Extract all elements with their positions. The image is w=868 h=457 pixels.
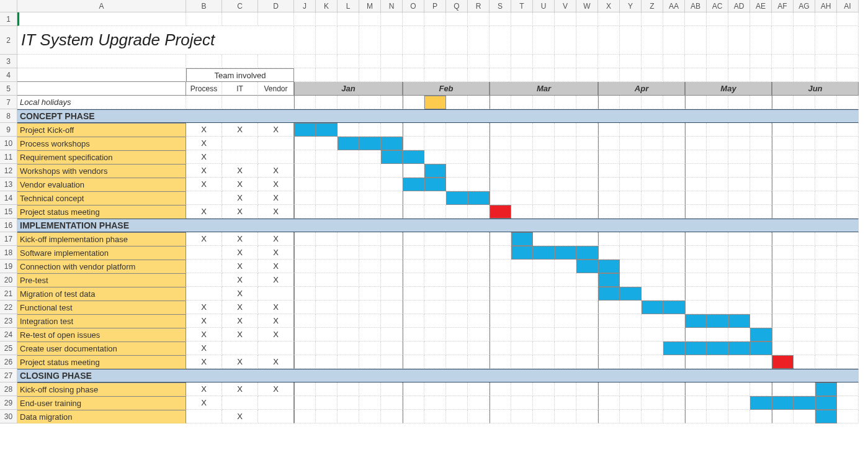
gantt-cell[interactable] [620, 260, 642, 273]
col-header[interactable]: P [424, 0, 446, 12]
gantt-cell[interactable] [381, 273, 403, 287]
gantt-cell[interactable] [728, 150, 750, 164]
gantt-cell[interactable] [620, 314, 642, 328]
task-name[interactable]: Migration of test data [17, 287, 186, 301]
gantt-cell[interactable] [533, 314, 555, 328]
gantt-cell[interactable] [511, 260, 533, 273]
gantt-cell[interactable] [685, 137, 707, 150]
gantt-cell[interactable] [794, 178, 815, 191]
gantt-cell[interactable] [598, 396, 620, 410]
week-cell[interactable] [598, 96, 620, 109]
gantt-cell[interactable] [424, 287, 446, 301]
gantt-cell[interactable] [359, 382, 381, 396]
gantt-cell[interactable] [446, 287, 468, 301]
cell[interactable] [511, 55, 533, 68]
gantt-cell[interactable] [468, 314, 490, 328]
cell[interactable] [663, 68, 685, 82]
gantt-cell[interactable] [381, 260, 403, 273]
gantt-cell[interactable] [685, 123, 707, 137]
week-cell[interactable] [772, 96, 794, 109]
gantt-cell[interactable] [555, 342, 576, 355]
gantt-cell[interactable] [490, 232, 511, 246]
gantt-cell[interactable] [359, 287, 381, 301]
col-header[interactable]: R [468, 0, 490, 12]
gantt-cell[interactable] [338, 260, 359, 273]
task-name[interactable]: Requirement specification [17, 150, 186, 164]
gantt-cell[interactable] [642, 260, 663, 273]
gantt-cell[interactable] [598, 342, 620, 355]
col-header[interactable]: W [576, 0, 598, 12]
gantt-cell[interactable] [598, 191, 620, 205]
gantt-cell[interactable] [794, 205, 815, 219]
gantt-cell[interactable] [511, 191, 533, 205]
cell[interactable] [446, 55, 468, 68]
gantt-cell[interactable] [294, 191, 316, 205]
gantt-cell[interactable] [533, 287, 555, 301]
team-mark[interactable]: X [258, 260, 294, 273]
gantt-cell[interactable] [750, 205, 772, 219]
cell[interactable] [381, 55, 403, 68]
team-mark[interactable]: X [222, 328, 258, 342]
gantt-cell[interactable] [685, 164, 707, 178]
gantt-cell[interactable] [576, 191, 598, 205]
gantt-cell[interactable] [359, 150, 381, 164]
gantt-cell[interactable] [750, 246, 772, 260]
gantt-cell[interactable] [555, 314, 576, 328]
cell[interactable] [707, 68, 728, 82]
cell[interactable] [685, 26, 707, 55]
gantt-cell[interactable] [794, 246, 815, 260]
gantt-cell[interactable] [772, 246, 794, 260]
task-name[interactable]: Process workshops [17, 137, 186, 150]
cell[interactable] [446, 26, 468, 55]
gantt-cell[interactable] [468, 287, 490, 301]
gantt-cell[interactable] [511, 178, 533, 191]
gantt-cell[interactable] [620, 410, 642, 423]
gantt-cell[interactable] [403, 328, 424, 342]
gantt-cell[interactable] [728, 178, 750, 191]
team-mark[interactable]: X [222, 355, 258, 369]
gantt-cell[interactable] [642, 205, 663, 219]
gantt-cell[interactable] [424, 382, 446, 396]
cell[interactable] [17, 55, 186, 68]
cell[interactable] [490, 68, 511, 82]
gantt-cell[interactable] [381, 232, 403, 246]
gantt-cell[interactable] [316, 396, 338, 410]
gantt-cell[interactable] [490, 342, 511, 355]
gantt-cell[interactable] [642, 246, 663, 260]
gantt-cell[interactable] [794, 328, 815, 342]
team-mark[interactable] [222, 150, 258, 164]
gantt-cell[interactable] [338, 205, 359, 219]
gantt-cell[interactable] [620, 123, 642, 137]
gantt-cell[interactable] [772, 314, 794, 328]
gantt-cell[interactable] [642, 150, 663, 164]
cell[interactable] [222, 12, 258, 26]
gantt-cell[interactable] [598, 164, 620, 178]
cell[interactable] [381, 26, 403, 55]
row-header[interactable]: 8 [0, 109, 17, 123]
gantt-cell[interactable] [511, 123, 533, 137]
cell[interactable] [815, 26, 837, 55]
gantt-cell[interactable] [294, 382, 316, 396]
col-header[interactable]: Y [620, 0, 642, 12]
col-header[interactable]: AA [663, 0, 685, 12]
gantt-cell[interactable] [359, 301, 381, 314]
task-name[interactable]: Connection with vendor platform [17, 260, 186, 273]
gantt-cell[interactable] [794, 137, 815, 150]
week-cell[interactable] [338, 96, 359, 109]
gantt-cell[interactable] [815, 260, 837, 273]
gantt-cell[interactable] [490, 273, 511, 287]
gantt-cell[interactable] [446, 382, 468, 396]
cell[interactable] [750, 68, 772, 82]
cell[interactable] [338, 12, 359, 26]
row-header[interactable]: 27 [0, 369, 17, 382]
gantt-cell[interactable] [533, 137, 555, 150]
cell[interactable] [642, 26, 663, 55]
gantt-cell[interactable] [490, 164, 511, 178]
team-mark[interactable] [186, 273, 222, 287]
gantt-cell[interactable] [750, 314, 772, 328]
gantt-cell[interactable] [707, 410, 728, 423]
gantt-cell[interactable] [772, 164, 794, 178]
cell[interactable] [772, 68, 794, 82]
gantt-cell[interactable] [576, 328, 598, 342]
gantt-cell[interactable] [663, 273, 685, 287]
